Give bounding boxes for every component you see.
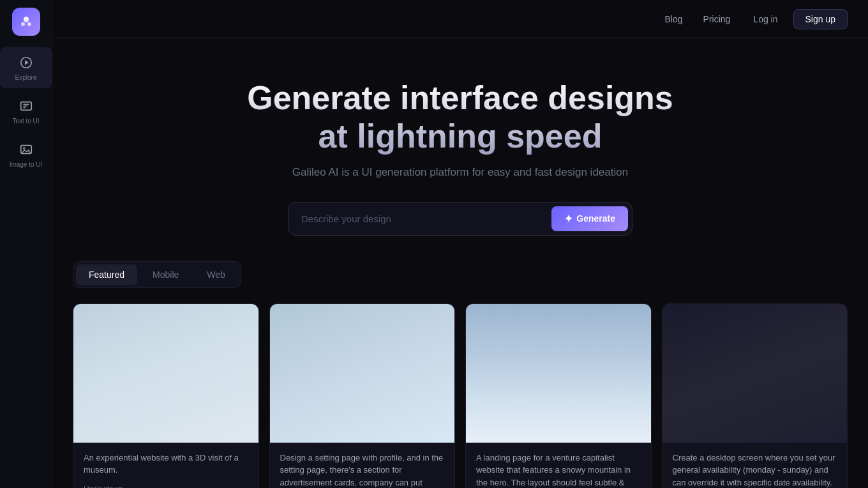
sidebar-item-text-to-ui[interactable]: Text to UI bbox=[0, 91, 52, 132]
nav-blog[interactable]: Blog bbox=[657, 10, 691, 28]
logo-icon bbox=[19, 14, 34, 29]
generate-label: Generate bbox=[576, 213, 615, 224]
hero-subtitle: Galileo AI is a UI generation platform f… bbox=[292, 166, 628, 179]
text-to-ui-icon bbox=[17, 97, 35, 115]
navbar-links: Blog Pricing Log in Sign up bbox=[657, 9, 848, 29]
card-4-image bbox=[662, 304, 848, 443]
card-1-image bbox=[73, 304, 258, 443]
tabs-section: Featured Mobile Web bbox=[52, 261, 868, 288]
card-1[interactable]: An experiential website with a 3D visit … bbox=[73, 303, 259, 488]
hero-section: Generate interface designs at lightning … bbox=[52, 38, 868, 261]
nav-pricing[interactable]: Pricing bbox=[696, 10, 738, 28]
explore-icon bbox=[17, 54, 35, 72]
generate-icon: ✦ bbox=[564, 213, 572, 225]
sidebar-item-explore[interactable]: Explore bbox=[0, 47, 52, 88]
svg-point-2 bbox=[27, 22, 31, 26]
sidebar-item-image-to-ui[interactable]: Image to UI bbox=[0, 134, 52, 175]
card-2[interactable]: Design a setting page with profile, and … bbox=[269, 303, 456, 488]
svg-point-12 bbox=[23, 148, 25, 149]
tabs-container: Featured Mobile Web bbox=[73, 261, 241, 288]
signup-button[interactable]: Sign up bbox=[793, 9, 848, 29]
svg-marker-6 bbox=[25, 60, 29, 65]
search-input[interactable] bbox=[301, 208, 546, 229]
card-3-image bbox=[466, 304, 651, 443]
card-2-description: Design a setting page with profile, and … bbox=[280, 452, 445, 488]
card-1-description: An experiential website with a 3D visit … bbox=[84, 452, 248, 477]
sidebar-item-explore-label: Explore bbox=[15, 74, 37, 82]
tab-mobile[interactable]: Mobile bbox=[140, 264, 191, 285]
svg-point-0 bbox=[24, 17, 29, 22]
logo-button[interactable] bbox=[12, 8, 40, 36]
svg-line-4 bbox=[26, 22, 29, 22]
card-1-author: Upskydown bbox=[84, 485, 123, 488]
tab-web[interactable]: Web bbox=[194, 264, 238, 285]
main-content: Blog Pricing Log in Sign up Generate int… bbox=[52, 0, 868, 488]
card-3-body: A landing page for a venture capitalist … bbox=[466, 443, 651, 488]
sidebar-item-image-to-ui-label: Image to UI bbox=[10, 161, 43, 169]
svg-point-1 bbox=[21, 22, 25, 26]
card-1-body: An experiential website with a 3D visit … bbox=[73, 443, 258, 488]
sidebar: Explore Text to UI Image to UI bbox=[0, 0, 52, 488]
hero-title: Generate interface designs at lightning … bbox=[230, 79, 690, 156]
card-3[interactable]: A landing page for a venture capitalist … bbox=[465, 303, 652, 488]
search-bar: ✦ Generate bbox=[288, 202, 632, 236]
tab-featured[interactable]: Featured bbox=[76, 264, 137, 285]
card-2-image bbox=[270, 304, 455, 443]
card-4-body: Create a desktop screen where you set yo… bbox=[662, 443, 848, 488]
image-to-ui-icon bbox=[17, 141, 35, 158]
navbar: Blog Pricing Log in Sign up bbox=[52, 0, 868, 38]
card-4-description: Create a desktop screen where you set yo… bbox=[673, 452, 837, 488]
svg-line-3 bbox=[23, 22, 26, 22]
cards-grid: An experiential website with a 3D visit … bbox=[52, 303, 868, 488]
sidebar-item-text-to-ui-label: Text to UI bbox=[12, 118, 39, 125]
card-4[interactable]: Create a desktop screen where you set yo… bbox=[662, 303, 848, 488]
card-3-description: A landing page for a venture capitalist … bbox=[476, 452, 641, 488]
generate-button[interactable]: ✦ Generate bbox=[551, 206, 628, 231]
card-2-body: Design a setting page with profile, and … bbox=[270, 443, 455, 488]
login-button[interactable]: Log in bbox=[743, 10, 788, 29]
